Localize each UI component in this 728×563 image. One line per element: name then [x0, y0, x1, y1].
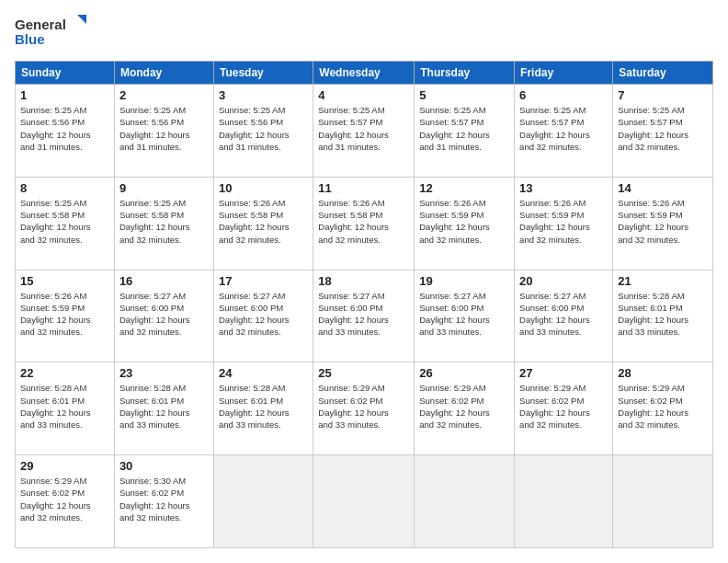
day-number: 9 [119, 181, 209, 195]
day-info: Sunrise: 5:29 AM Sunset: 6:02 PM Dayligh… [20, 475, 109, 523]
day-number: 6 [519, 88, 608, 102]
day-number: 29 [20, 459, 109, 473]
day-number: 16 [119, 274, 209, 288]
logo-svg: General Blue [15, 15, 88, 48]
day-info: Sunrise: 5:27 AM Sunset: 6:00 PM Dayligh… [318, 290, 409, 339]
day-info: Sunrise: 5:27 AM Sunset: 6:00 PM Dayligh… [219, 290, 308, 339]
header: General Blue [15, 15, 713, 48]
calendar-cell: 13Sunrise: 5:26 AM Sunset: 5:59 PM Dayli… [515, 177, 613, 270]
day-number: 13 [519, 181, 608, 195]
day-number: 25 [318, 366, 409, 380]
day-number: 5 [419, 88, 509, 102]
calendar-cell [613, 455, 713, 548]
day-info: Sunrise: 5:25 AM Sunset: 5:58 PM Dayligh… [119, 197, 209, 246]
day-info: Sunrise: 5:26 AM Sunset: 5:59 PM Dayligh… [419, 197, 509, 246]
day-info: Sunrise: 5:28 AM Sunset: 6:01 PM Dayligh… [119, 382, 209, 431]
calendar-cell: 23Sunrise: 5:28 AM Sunset: 6:01 PM Dayli… [114, 362, 213, 455]
day-number: 1 [20, 88, 109, 102]
calendar-header: SundayMondayTuesdayWednesdayThursdayFrid… [16, 62, 713, 85]
day-number: 7 [618, 88, 708, 102]
calendar-cell: 28Sunrise: 5:29 AM Sunset: 6:02 PM Dayli… [613, 362, 713, 455]
day-number: 12 [419, 181, 509, 195]
day-info: Sunrise: 5:26 AM Sunset: 5:59 PM Dayligh… [519, 197, 608, 246]
day-info: Sunrise: 5:27 AM Sunset: 6:00 PM Dayligh… [519, 290, 608, 339]
day-info: Sunrise: 5:30 AM Sunset: 6:02 PM Dayligh… [119, 475, 209, 523]
calendar-cell: 27Sunrise: 5:29 AM Sunset: 6:02 PM Dayli… [515, 362, 613, 455]
day-number: 23 [119, 366, 209, 380]
calendar-cell: 15Sunrise: 5:26 AM Sunset: 5:59 PM Dayli… [16, 270, 115, 362]
day-number: 19 [419, 274, 509, 288]
day-info: Sunrise: 5:27 AM Sunset: 6:00 PM Dayligh… [419, 290, 509, 339]
day-info: Sunrise: 5:25 AM Sunset: 5:56 PM Dayligh… [219, 104, 308, 153]
day-number: 14 [618, 181, 708, 195]
day-info: Sunrise: 5:29 AM Sunset: 6:02 PM Dayligh… [419, 382, 509, 431]
day-info: Sunrise: 5:26 AM Sunset: 5:58 PM Dayligh… [219, 197, 308, 246]
day-number: 21 [618, 274, 708, 288]
day-number: 10 [219, 181, 308, 195]
calendar-cell: 22Sunrise: 5:28 AM Sunset: 6:01 PM Dayli… [16, 362, 115, 455]
day-number: 18 [318, 274, 409, 288]
day-info: Sunrise: 5:29 AM Sunset: 6:02 PM Dayligh… [318, 382, 409, 431]
calendar-cell: 12Sunrise: 5:26 AM Sunset: 5:59 PM Dayli… [415, 177, 515, 270]
day-info: Sunrise: 5:28 AM Sunset: 6:01 PM Dayligh… [20, 382, 109, 431]
day-number: 8 [20, 181, 109, 195]
day-info: Sunrise: 5:28 AM Sunset: 6:01 PM Dayligh… [219, 382, 308, 431]
day-info: Sunrise: 5:25 AM Sunset: 5:56 PM Dayligh… [119, 104, 209, 153]
day-info: Sunrise: 5:25 AM Sunset: 5:57 PM Dayligh… [419, 104, 509, 153]
calendar-body: 1Sunrise: 5:25 AM Sunset: 5:56 PM Daylig… [16, 85, 713, 548]
calendar-cell: 11Sunrise: 5:26 AM Sunset: 5:58 PM Dayli… [313, 177, 415, 270]
calendar-cell: 25Sunrise: 5:29 AM Sunset: 6:02 PM Dayli… [313, 362, 415, 455]
weekday-header: Monday [114, 62, 213, 85]
calendar-cell: 5Sunrise: 5:25 AM Sunset: 5:57 PM Daylig… [415, 85, 515, 178]
day-number: 27 [519, 366, 608, 380]
calendar-cell: 20Sunrise: 5:27 AM Sunset: 6:00 PM Dayli… [515, 270, 613, 362]
calendar-cell: 8Sunrise: 5:25 AM Sunset: 5:58 PM Daylig… [16, 177, 115, 270]
calendar-cell: 4Sunrise: 5:25 AM Sunset: 5:57 PM Daylig… [313, 85, 415, 178]
calendar-cell: 24Sunrise: 5:28 AM Sunset: 6:01 PM Dayli… [213, 362, 313, 455]
day-info: Sunrise: 5:26 AM Sunset: 5:58 PM Dayligh… [318, 197, 409, 246]
day-number: 15 [20, 274, 109, 288]
day-info: Sunrise: 5:29 AM Sunset: 6:02 PM Dayligh… [519, 382, 608, 431]
day-number: 22 [20, 366, 109, 380]
weekday-row: SundayMondayTuesdayWednesdayThursdayFrid… [16, 62, 713, 85]
calendar-table: SundayMondayTuesdayWednesdayThursdayFrid… [15, 61, 713, 548]
calendar-week-row: 8Sunrise: 5:25 AM Sunset: 5:58 PM Daylig… [16, 177, 713, 270]
calendar-week-row: 1Sunrise: 5:25 AM Sunset: 5:56 PM Daylig… [16, 85, 713, 178]
day-info: Sunrise: 5:25 AM Sunset: 5:56 PM Dayligh… [20, 104, 109, 153]
day-number: 20 [519, 274, 608, 288]
day-number: 3 [219, 88, 308, 102]
calendar-week-row: 22Sunrise: 5:28 AM Sunset: 6:01 PM Dayli… [16, 362, 713, 455]
calendar-cell: 18Sunrise: 5:27 AM Sunset: 6:00 PM Dayli… [313, 270, 415, 362]
day-info: Sunrise: 5:26 AM Sunset: 5:59 PM Dayligh… [20, 290, 109, 339]
calendar-cell: 14Sunrise: 5:26 AM Sunset: 5:59 PM Dayli… [613, 177, 713, 270]
weekday-header: Friday [515, 62, 613, 85]
weekday-header: Sunday [16, 62, 115, 85]
calendar-cell [415, 455, 515, 548]
day-number: 11 [318, 181, 409, 195]
calendar-cell: 6Sunrise: 5:25 AM Sunset: 5:57 PM Daylig… [515, 85, 613, 178]
calendar-cell [313, 455, 415, 548]
day-info: Sunrise: 5:26 AM Sunset: 5:59 PM Dayligh… [618, 197, 708, 246]
day-info: Sunrise: 5:29 AM Sunset: 6:02 PM Dayligh… [618, 382, 708, 431]
svg-text:Blue: Blue [15, 31, 45, 47]
weekday-header: Tuesday [213, 62, 313, 85]
day-number: 24 [219, 366, 308, 380]
calendar-cell: 7Sunrise: 5:25 AM Sunset: 5:57 PM Daylig… [613, 85, 713, 178]
day-number: 28 [618, 366, 708, 380]
calendar-week-row: 15Sunrise: 5:26 AM Sunset: 5:59 PM Dayli… [16, 270, 713, 362]
calendar-cell: 1Sunrise: 5:25 AM Sunset: 5:56 PM Daylig… [16, 85, 115, 178]
day-number: 2 [119, 88, 209, 102]
page: General Blue SundayMondayTuesdayWednesda… [0, 0, 728, 563]
day-number: 4 [318, 88, 409, 102]
day-number: 26 [419, 366, 509, 380]
calendar-cell: 29Sunrise: 5:29 AM Sunset: 6:02 PM Dayli… [16, 455, 115, 548]
day-number: 17 [219, 274, 308, 288]
weekday-header: Saturday [613, 62, 713, 85]
calendar-week-row: 29Sunrise: 5:29 AM Sunset: 6:02 PM Dayli… [16, 455, 713, 548]
day-info: Sunrise: 5:25 AM Sunset: 5:57 PM Dayligh… [318, 104, 409, 153]
svg-marker-2 [77, 15, 86, 24]
logo: General Blue [15, 15, 88, 48]
svg-text:General: General [15, 17, 66, 32]
day-info: Sunrise: 5:25 AM Sunset: 5:57 PM Dayligh… [519, 104, 608, 153]
calendar-cell: 26Sunrise: 5:29 AM Sunset: 6:02 PM Dayli… [415, 362, 515, 455]
